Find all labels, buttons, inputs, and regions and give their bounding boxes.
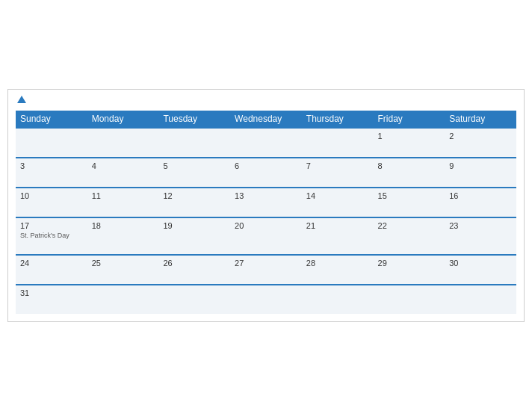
day-number: 15 xyxy=(378,191,441,200)
calendar-cell xyxy=(374,285,445,314)
day-number: 22 xyxy=(378,221,441,230)
day-number: 2 xyxy=(449,132,512,140)
calendar-cell: 12 xyxy=(158,188,230,217)
calendar-table: SundayMondayTuesdayWednesdayThursdayFrid… xyxy=(16,111,516,314)
weekday-header-friday: Friday xyxy=(374,111,445,128)
calendar-cell: 10 xyxy=(16,188,87,217)
calendar-wrapper: SundayMondayTuesdayWednesdayThursdayFrid… xyxy=(7,89,525,322)
day-number: 14 xyxy=(306,191,369,200)
day-number: 25 xyxy=(92,259,155,268)
calendar-cell: 15 xyxy=(374,188,445,217)
logo-triangle-icon xyxy=(17,96,26,103)
calendar-cell: 6 xyxy=(230,158,302,188)
day-number: 12 xyxy=(163,191,226,200)
weekday-header-thursday: Thursday xyxy=(302,111,374,128)
calendar-cell: 11 xyxy=(87,188,159,217)
calendar-cell: 29 xyxy=(374,255,445,285)
calendar-cell: 26 xyxy=(158,255,230,285)
calendar-week-row: 12 xyxy=(16,128,516,158)
day-number: 16 xyxy=(449,191,512,200)
day-number: 28 xyxy=(306,259,369,268)
calendar-cell xyxy=(87,285,159,314)
calendar-week-row: 31 xyxy=(16,285,516,314)
day-number: 18 xyxy=(92,221,155,230)
day-number: 5 xyxy=(163,161,226,170)
calendar-cell xyxy=(87,128,159,158)
calendar-cell: 28 xyxy=(302,255,374,285)
logo xyxy=(16,97,26,105)
calendar-cell: 18 xyxy=(87,217,159,255)
calendar-cell xyxy=(445,285,516,314)
day-number: 31 xyxy=(20,288,83,297)
calendar-week-row: 17St. Patrick's Day181920212223 xyxy=(16,217,516,255)
calendar-cell: 27 xyxy=(230,255,302,285)
day-number: 9 xyxy=(449,161,512,170)
calendar-cell xyxy=(16,128,87,158)
calendar-cell xyxy=(158,285,230,314)
day-number: 29 xyxy=(378,259,441,268)
calendar-cell: 8 xyxy=(374,158,445,188)
calendar-week-row: 3456789 xyxy=(16,158,516,188)
day-number: 19 xyxy=(163,221,226,230)
calendar-cell: 13 xyxy=(230,188,302,217)
calendar-cell xyxy=(230,285,302,314)
day-number: 24 xyxy=(20,259,83,268)
calendar-cell: 3 xyxy=(16,158,87,188)
weekday-header-monday: Monday xyxy=(87,111,159,128)
day-number: 4 xyxy=(92,161,155,170)
calendar-cell xyxy=(302,285,374,314)
calendar-cell: 16 xyxy=(445,188,516,217)
calendar-cell: 31 xyxy=(16,285,87,314)
calendar-cell: 9 xyxy=(445,158,516,188)
holiday-label: St. Patrick's Day xyxy=(20,232,83,239)
day-number: 7 xyxy=(306,161,369,170)
calendar-cell: 30 xyxy=(445,255,516,285)
day-number: 27 xyxy=(235,259,297,268)
day-number: 30 xyxy=(449,259,512,268)
calendar-cell: 20 xyxy=(230,217,302,255)
calendar-cell: 17St. Patrick's Day xyxy=(16,217,87,255)
day-number: 3 xyxy=(20,161,83,170)
day-number: 20 xyxy=(235,221,297,230)
calendar-cell: 5 xyxy=(158,158,230,188)
weekday-header-sunday: Sunday xyxy=(16,111,87,128)
weekday-header-row: SundayMondayTuesdayWednesdayThursdayFrid… xyxy=(16,111,516,128)
day-number: 6 xyxy=(235,161,297,170)
day-number: 1 xyxy=(378,132,441,140)
calendar-header xyxy=(16,97,516,105)
weekday-header-saturday: Saturday xyxy=(445,111,516,128)
calendar-cell: 21 xyxy=(302,217,374,255)
calendar-week-row: 10111213141516 xyxy=(16,188,516,217)
calendar-week-row: 24252627282930 xyxy=(16,255,516,285)
day-number: 8 xyxy=(378,161,441,170)
weekday-header-tuesday: Tuesday xyxy=(158,111,230,128)
calendar-cell: 24 xyxy=(16,255,87,285)
calendar-cell xyxy=(230,128,302,158)
day-number: 23 xyxy=(449,221,512,230)
day-number: 21 xyxy=(306,221,369,230)
calendar-cell: 7 xyxy=(302,158,374,188)
day-number: 10 xyxy=(20,191,83,200)
calendar-cell: 14 xyxy=(302,188,374,217)
day-number: 26 xyxy=(163,259,226,268)
calendar-cell: 22 xyxy=(374,217,445,255)
calendar-cell: 25 xyxy=(87,255,159,285)
calendar-cell: 2 xyxy=(445,128,516,158)
day-number: 13 xyxy=(235,191,297,200)
calendar-cell xyxy=(158,128,230,158)
calendar-cell: 4 xyxy=(87,158,159,188)
calendar-cell: 1 xyxy=(374,128,445,158)
day-number: 11 xyxy=(92,191,155,200)
calendar-cell: 19 xyxy=(158,217,230,255)
calendar-cell: 23 xyxy=(445,217,516,255)
calendar-cell xyxy=(302,128,374,158)
day-number: 17 xyxy=(20,221,83,230)
weekday-header-wednesday: Wednesday xyxy=(230,111,302,128)
